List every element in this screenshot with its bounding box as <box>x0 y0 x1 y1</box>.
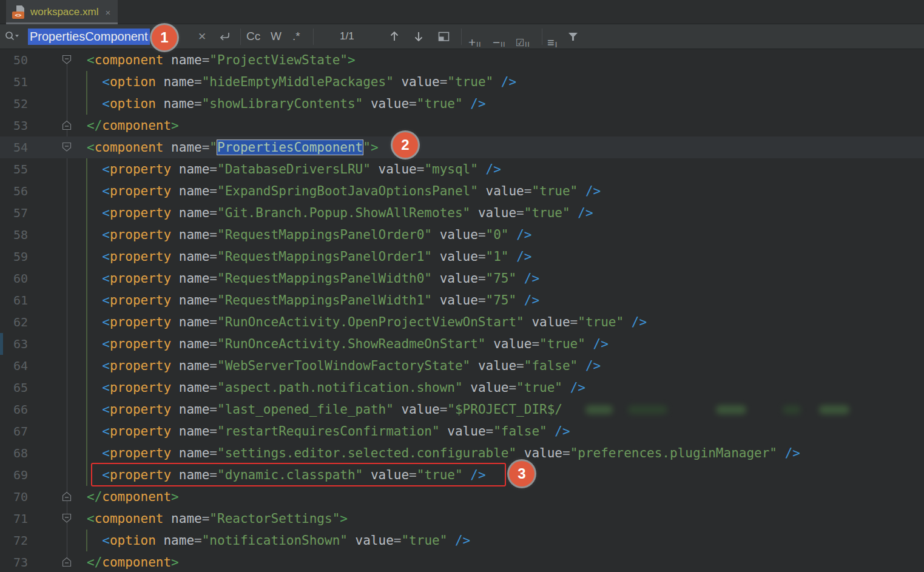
code-line-58[interactable]: 58 <property name="RequestMappingsPanelO… <box>0 224 924 246</box>
regex-button[interactable]: .* <box>292 24 300 49</box>
token <box>87 424 102 439</box>
code-line-60[interactable]: 60 <property name="RequestMappingsPanelW… <box>0 267 924 289</box>
tab-workspace-xml[interactable]: <> workspace.xml × <box>6 0 118 24</box>
token: < <box>102 249 110 264</box>
fold-marker-icon[interactable] <box>62 557 72 567</box>
code-line-62[interactable]: 62 <property name="RunOnceActivity.OpenP… <box>0 311 924 333</box>
match-case-button[interactable]: Cc <box>246 24 260 49</box>
code-line-72[interactable]: 72 <option name="notificationShown" valu… <box>0 530 924 551</box>
token: name <box>171 53 202 67</box>
code-line-55[interactable]: 55 <property name="DatabaseDriversLRU" v… <box>0 158 924 180</box>
token: < <box>102 75 110 89</box>
search-options-icon[interactable] <box>5 24 21 49</box>
words-button[interactable]: W <box>271 24 282 49</box>
token: = <box>194 75 202 89</box>
fold-marker-icon[interactable] <box>62 120 72 130</box>
gutter: 50 <box>0 49 87 71</box>
code-line-51[interactable]: 51 <option name="hideEmptyMiddlePackages… <box>0 71 924 93</box>
token: "restartRequiresConfirmation" <box>217 424 440 439</box>
prev-occurrence-button[interactable] <box>389 24 399 49</box>
token: < <box>87 53 95 67</box>
fold-marker-icon[interactable] <box>62 55 72 65</box>
filter-funnel-icon[interactable] <box>568 24 578 49</box>
code-line-56[interactable]: 56 <property name="ExpandSpringBootJavaO… <box>0 180 924 202</box>
token: property <box>110 337 171 351</box>
code-line-71[interactable]: 71<component name="ReactorSettings"> <box>0 508 924 530</box>
token: value <box>524 446 562 460</box>
line-number: 65 <box>0 377 28 399</box>
code-text: <component name="PropertiesComponent"> <box>87 136 379 158</box>
token: = <box>486 424 494 439</box>
token: "RequestMappingsPanelWidth1" <box>217 293 432 308</box>
token <box>348 533 356 548</box>
code-line-73[interactable]: 73</component> <box>0 551 924 572</box>
code-line-50[interactable]: 50<component name="ProjectViewState"> <box>0 49 924 71</box>
token: /> <box>501 75 516 89</box>
token <box>171 293 179 308</box>
code-line-70[interactable]: 70</component> <box>0 486 924 508</box>
token: /> <box>516 249 531 264</box>
token: option <box>110 96 156 111</box>
code-line-61[interactable]: 61 <property name="RequestMappingsPanelW… <box>0 289 924 311</box>
remove-occurrence-button[interactable]: − II <box>493 24 505 49</box>
token: < <box>102 227 110 242</box>
token: = <box>194 96 202 111</box>
token: = <box>209 271 217 286</box>
fold-marker-icon[interactable] <box>62 513 72 523</box>
code-text: <component name="ReactorSettings"> <box>87 508 348 530</box>
open-in-find-window-button[interactable] <box>438 24 450 49</box>
token: property <box>110 380 171 395</box>
token: < <box>102 402 110 417</box>
code-line-67[interactable]: 67 <property name="restartRequiresConfir… <box>0 420 924 442</box>
token <box>171 206 179 220</box>
code-line-69[interactable]: 69 <property name="dynamic.classpath" va… <box>0 464 924 486</box>
code-line-52[interactable]: 52 <option name="showLibraryContents" va… <box>0 93 924 115</box>
newline-icon[interactable] <box>217 24 232 49</box>
fold-marker-icon[interactable] <box>62 142 72 152</box>
token <box>585 337 593 351</box>
token: = <box>570 315 578 329</box>
code-line-53[interactable]: 53</component> <box>0 115 924 136</box>
code-text: <property name="settings.editor.selected… <box>87 442 800 464</box>
token: value <box>440 271 478 286</box>
token: </ <box>87 490 102 504</box>
code-line-54[interactable]: 54<component name="PropertiesComponent"> <box>0 136 924 158</box>
code-line-57[interactable]: 57 <property name="Git.Branch.Popup.Show… <box>0 202 924 224</box>
token: /> <box>524 293 539 308</box>
code-line-65[interactable]: 65 <property name="aspect.path.notificat… <box>0 377 924 399</box>
code-line-68[interactable]: 68 <property name="settings.editor.selec… <box>0 442 924 464</box>
token: property <box>110 162 171 177</box>
code-editor[interactable]: 50<component name="ProjectViewState">51 … <box>0 49 924 572</box>
code-text: <property name="RequestMappingsPanelWidt… <box>87 289 539 311</box>
gutter: 65 <box>0 377 87 399</box>
gutter: 72 <box>0 530 87 551</box>
token <box>578 358 585 373</box>
select-all-occurrences-button[interactable]: ☑ II <box>516 24 530 49</box>
token: "RequestMappingsPanelOrder0" <box>217 227 432 242</box>
token: = <box>440 402 448 417</box>
code-line-64[interactable]: 64 <property name="WebServerToolWindowFa… <box>0 355 924 377</box>
toolbar-separator <box>240 29 241 45</box>
checkbox-icon: ☑ <box>516 38 524 49</box>
token: = <box>508 380 516 395</box>
line-number: 71 <box>0 508 28 530</box>
code-text: </component> <box>87 115 179 136</box>
token: component <box>95 140 164 155</box>
clear-search-icon[interactable]: ✕ <box>198 24 206 49</box>
next-occurrence-button[interactable] <box>414 24 423 49</box>
filter-search-results-button[interactable]: ≡ I <box>547 24 558 49</box>
fold-marker-icon[interactable] <box>62 491 72 502</box>
add-occurrence-button[interactable]: + II <box>468 24 481 49</box>
token: < <box>102 358 110 373</box>
token <box>493 75 501 89</box>
token: /> <box>785 446 800 460</box>
token: < <box>102 424 110 439</box>
code-line-66[interactable]: 66 <property name="last_opened_file_path… <box>0 399 924 420</box>
token: < <box>102 337 110 351</box>
tab-close-icon[interactable]: × <box>104 7 110 18</box>
token: value <box>486 184 524 198</box>
code-line-63[interactable]: 63 <property name="RunOnceActivity.ShowR… <box>0 333 924 355</box>
token: < <box>102 96 110 111</box>
code-line-59[interactable]: 59 <property name="RequestMappingsPanelO… <box>0 246 924 267</box>
search-input[interactable]: PropertiesComponent <box>28 24 150 49</box>
